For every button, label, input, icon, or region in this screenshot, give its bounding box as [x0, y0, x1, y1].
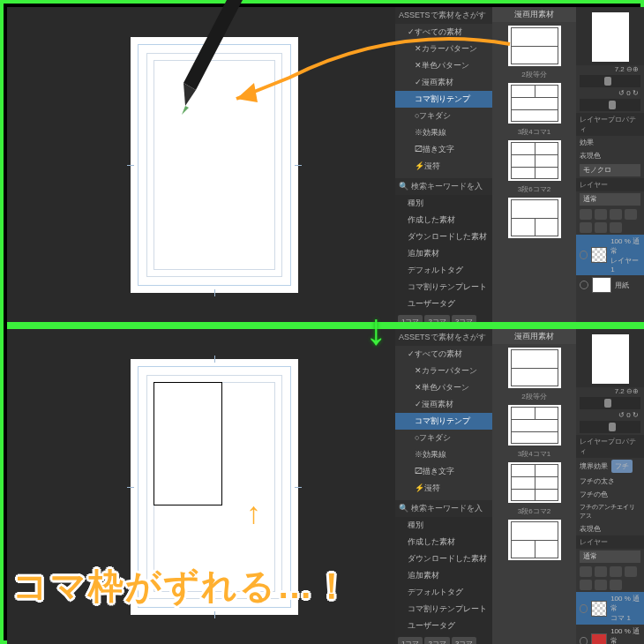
layer-btn-6[interactable] [595, 222, 607, 233]
visibility-icon[interactable] [580, 637, 588, 645]
colormode-label-b: 表現色 [580, 524, 601, 534]
filter-shubetsu-b[interactable]: 種別 [395, 517, 492, 534]
layer-btn-5[interactable] [580, 222, 592, 233]
filter-deftag-b[interactable]: デフォルトタグ [395, 584, 492, 601]
filter-sakusei-b[interactable]: 作成した素材 [395, 534, 492, 550]
layer-btn-b2[interactable] [595, 566, 607, 577]
layer-property-header-b: レイヤープロパティ [576, 435, 644, 458]
tree-manpu[interactable]: ⚡漫符 [395, 158, 492, 175]
tag-3koma-b[interactable]: 3コマ [452, 637, 476, 644]
tag-2koma-b[interactable]: 2コマ [424, 637, 449, 644]
layer-property-header: レイヤープロパティ [576, 113, 644, 136]
rotate-slider-b[interactable] [580, 421, 640, 433]
layer-btn-b3[interactable] [610, 566, 622, 577]
colormode-select[interactable]: モノクロ [580, 164, 640, 176]
canvas-area-top[interactable] [7, 7, 395, 322]
layer-btn-b7[interactable] [610, 580, 622, 590]
visibility-icon[interactable] [580, 251, 588, 259]
layer-btn-7[interactable] [610, 222, 622, 233]
filter-usertag-b[interactable]: ユーザータグ [395, 618, 492, 634]
material-tree-panel-b: ASSETSで素材をさがす ✓すべての素材 ✕カラーパターン ✕単色パターン ✓… [395, 329, 492, 644]
blend-select-b[interactable]: 通常 [580, 550, 640, 563]
thumbs-header-b: 漫画用素材 [492, 329, 576, 344]
layer-header-b: レイヤー [576, 535, 644, 549]
layer-btn-2[interactable] [595, 209, 607, 220]
search-input[interactable]: 🔍 検索キーワードを入 [395, 178, 492, 195]
effect-label: 効果 [580, 138, 594, 147]
canvas-area-bottom[interactable] [7, 329, 395, 644]
tree-manpu-b[interactable]: ⚡漫符 [395, 480, 492, 497]
tree-all-b[interactable]: ✓すべての素材 [395, 346, 492, 363]
visibility-icon[interactable] [580, 281, 588, 289]
zoom-slider-b[interactable] [580, 397, 640, 409]
tree-manga-b[interactable]: ✓漫画素材 [395, 396, 492, 413]
layer-row-moji[interactable]: 100 % 通常描き文字 [576, 625, 644, 644]
navigator-b[interactable] [576, 329, 644, 387]
thumb-extra-b[interactable] [508, 520, 561, 560]
canvas-paper-bottom[interactable] [131, 359, 298, 615]
navigator[interactable] [576, 7, 644, 65]
thumb-3dan4[interactable] [508, 83, 561, 124]
layer-row-koma[interactable]: 100 % 通常コマ 1 [576, 592, 644, 625]
filter-komawari-b[interactable]: コマ割りテンプレート [395, 601, 492, 618]
tree-all[interactable]: ✓すべての素材 [395, 24, 492, 41]
filter-sakusei[interactable]: 作成した素材 [395, 212, 492, 228]
layer-btn-3[interactable] [610, 209, 622, 220]
filter-komawari[interactable]: コマ割りテンプレート [395, 279, 492, 296]
thumb-cap-1: 3段4コマ1 [492, 127, 576, 137]
tree-mono-b[interactable]: ✕単色パターン [395, 379, 492, 396]
thumb-2dan[interactable] [508, 26, 561, 66]
canvas-paper[interactable] [131, 37, 298, 293]
layer-row-1[interactable]: 100 % 通常レイヤー 1 [576, 235, 644, 275]
layer-btn-b5[interactable] [580, 580, 592, 590]
tree-manga[interactable]: ✓漫画素材 [395, 74, 492, 91]
tree-fukidashi[interactable]: ○フキダシ [395, 108, 492, 124]
layer-btn-b4[interactable] [625, 566, 637, 577]
layer-btn-4[interactable] [625, 209, 637, 220]
layer-btn-b6[interactable] [595, 580, 607, 590]
tree-fukidashi-b[interactable]: ○フキダシ [395, 430, 492, 446]
rotate-slider[interactable] [580, 99, 640, 111]
tree-koukasen[interactable]: ※効果線 [395, 124, 492, 141]
layer-panel-area: 7.2 ⊖⊕ ↺ 0 ↻ レイヤープロパティ 効果 表現色 モノクロ レイヤー … [576, 7, 644, 322]
border-aa-label: フチのアンチエイリアス [580, 503, 640, 520]
filter-deftag[interactable]: デフォルトタグ [395, 262, 492, 279]
tree-color-b[interactable]: ✕カラーパターン [395, 363, 492, 379]
filter-tsuika-b[interactable]: 追加素材 [395, 567, 492, 584]
layer-btn-b1[interactable] [580, 566, 592, 577]
tree-koukasen-b[interactable]: ※効果線 [395, 446, 492, 463]
tag-1koma-b[interactable]: 1コマ [398, 637, 423, 644]
tree-mono[interactable]: ✕単色パターン [395, 57, 492, 74]
search-input-b[interactable]: 🔍 検索キーワードを入 [395, 500, 492, 517]
thumb-3dan6-b[interactable] [508, 462, 561, 503]
border-color-label: フチの色 [580, 490, 608, 499]
assets-header[interactable]: ASSETSで素材をさがす [395, 7, 492, 24]
thumb-cap-1b: 3段4コマ1 [492, 449, 576, 459]
thumb-cap-0b: 2段等分 [492, 392, 576, 401]
layer-btn-1[interactable] [580, 209, 592, 220]
filter-usertag[interactable]: ユーザータグ [395, 296, 492, 312]
visibility-icon[interactable] [580, 604, 588, 613]
filter-shubetsu[interactable]: 種別 [395, 195, 492, 212]
tree-color[interactable]: ✕カラーパターン [395, 41, 492, 57]
tree-moji-b[interactable]: 〼描き文字 [395, 463, 492, 480]
blend-select[interactable]: 通常 [580, 193, 640, 206]
layer-row-paper[interactable]: 用紙 [576, 275, 644, 295]
tree-koma-template-b[interactable]: コマ割りテンプ [395, 413, 492, 430]
thumb-3dan6[interactable] [508, 140, 561, 181]
filter-tsuika[interactable]: 追加素材 [395, 245, 492, 262]
thumbs-header: 漫画用素材 [492, 7, 576, 22]
thumb-3dan4-b[interactable] [508, 405, 561, 446]
assets-header-b[interactable]: ASSETSで素材をさがす [395, 329, 492, 346]
material-tree-panel: ASSETSで素材をさがす ✓すべての素材 ✕カラーパターン ✕単色パターン ✓… [395, 7, 492, 322]
tree-moji[interactable]: 〼描き文字 [395, 141, 492, 158]
thumb-extra[interactable] [508, 198, 561, 238]
filter-download[interactable]: ダウンロードした素材 [395, 228, 492, 245]
thumb-2dan-b[interactable] [508, 348, 561, 388]
zoom-slider[interactable] [580, 75, 640, 87]
thumb-cap-2b: 3段6コマ2 [492, 506, 576, 516]
border-btn[interactable]: フチ [611, 460, 633, 473]
border-width-label: フチの太さ [580, 476, 615, 486]
filter-download-b[interactable]: ダウンロードした素材 [395, 550, 492, 567]
tree-koma-template[interactable]: コマ割りテンプ [395, 91, 492, 108]
